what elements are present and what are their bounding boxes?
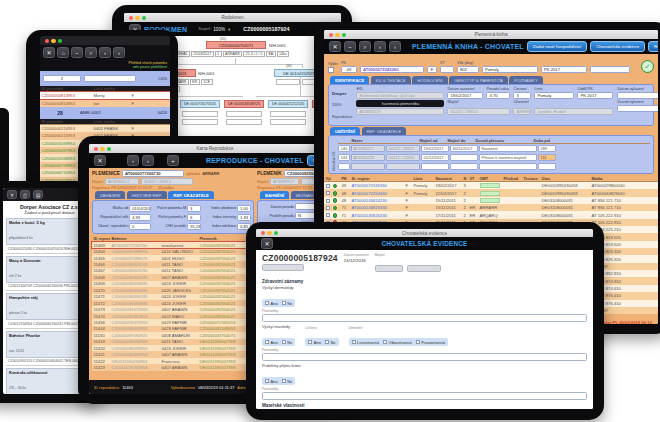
select-checkbox[interactable]: [328, 67, 334, 73]
traffic-lights[interactable]: [329, 32, 346, 36]
filter-input-count[interactable]: 2: [43, 75, 81, 82]
print-icon[interactable]: ⎙: [20, 190, 30, 199]
stat-value[interactable]: 4,93: [129, 214, 151, 221]
tab-hodnoceni[interactable]: HODNOCENÍ: [412, 76, 448, 84]
tab-bahneni[interactable]: BAHNĚNÍ: [260, 191, 289, 199]
tab-ukazatele[interactable]: REP. UKAZATELE: [168, 191, 213, 199]
document-icon[interactable]: ▤: [33, 190, 43, 199]
add-icon[interactable]: +: [167, 155, 179, 166]
zoom-value[interactable]: 100%: [213, 27, 225, 32]
owner-name-field[interactable]: [407, 265, 441, 272]
tab-umisteni[interactable]: UMÍSTĚNÍ: [330, 127, 360, 135]
checkbox-option[interactable]: Ne: [282, 301, 293, 306]
next-icon[interactable]: ›: [113, 47, 125, 58]
breeder-name-field[interactable]: Jandrle, Rudolf: [534, 108, 613, 115]
close-icon[interactable]: ✕: [329, 41, 341, 52]
prev-icon[interactable]: ‹: [374, 41, 386, 52]
search-icon[interactable]: ⌕: [85, 47, 97, 58]
filter-input-line[interactable]: [84, 75, 136, 82]
table-row[interactable]: CZ000000813953MontyF: [40, 92, 170, 99]
table-row[interactable]: 144AT493021850412 / 1183301/12/2017Přesu…: [338, 153, 650, 162]
checkbox-option[interactable]: Ne: [325, 340, 336, 345]
checkbox-option[interactable]: Ne: [282, 379, 293, 384]
tab-historie[interactable]: HISTORIE REP.: [127, 191, 167, 199]
close-icon[interactable]: ✕: [261, 238, 273, 249]
tab-identifikace[interactable]: IDENTIFIKACE: [330, 76, 369, 84]
owner-name-field[interactable]: 40222 / 28313: [447, 108, 510, 115]
home-icon[interactable]: ⌂: [57, 47, 69, 58]
breeder-records-button[interactable]: Chovatelská evidence: [590, 41, 645, 52]
search-icon[interactable]: ⌕: [359, 41, 371, 52]
reproduction-type-button[interactable]: haremová plemenitba: [356, 100, 444, 107]
owner-name-field[interactable]: 40222 / 28313: [141, 178, 193, 185]
pedigree-node-g3[interactable]: DE 0010421212105: [268, 100, 308, 108]
checkbox-option[interactable]: Oboustranná: [383, 340, 412, 345]
table-row[interactable]: 48AT0000072354460FPomaly22/02/20172DE001…: [324, 189, 658, 196]
ewe-id-input[interactable]: AT0000377265730: [122, 170, 184, 177]
traffic-lights[interactable]: [45, 38, 62, 42]
extra-field[interactable]: [590, 66, 630, 73]
traffic-lights[interactable]: [261, 231, 278, 235]
notes-input[interactable]: [262, 353, 587, 361]
registry-id[interactable]: AT0000072345360: [360, 66, 424, 73]
titlebar[interactable]: [40, 36, 170, 45]
eid-field[interactable]: Elektronická identifikace, číslo čipu: [356, 92, 444, 99]
close-icon[interactable]: ✕: [7, 190, 17, 199]
traffic-lights[interactable]: [129, 15, 146, 19]
pk-number[interactable]: 49: [341, 66, 357, 73]
row-checkbox[interactable]: [326, 184, 330, 188]
owner-id-field[interactable]: AT4930217: [356, 108, 444, 115]
removal-reason-field[interactable]: [617, 105, 658, 112]
checkbox-option[interactable]: Levostranná: [352, 340, 380, 345]
birth-date-field[interactable]: 19/02/2017: [447, 92, 483, 99]
removal-date-field[interactable]: [617, 92, 658, 99]
vt-field[interactable]: [440, 66, 454, 73]
table-row[interactable]: CZ0000002149530402 FRANKF: [40, 125, 170, 132]
tab-poznamky[interactable]: POZNÁMKY: [509, 76, 543, 84]
pedigree-node-g3[interactable]: DE 0010534538725: [224, 100, 264, 108]
titlebar[interactable]: Plemenná kniha: [324, 30, 658, 39]
titlebar[interactable]: Karta Reprodukce: [89, 144, 341, 153]
animal-name-field[interactable]: [262, 264, 304, 271]
stat-value[interactable]: 0: [129, 223, 151, 230]
prev-icon[interactable]: ‹: [99, 47, 111, 58]
line-field[interactable]: Pomaly: [482, 66, 538, 73]
tab-rep-ukazatele[interactable]: REP. UKAZATELE: [362, 127, 407, 135]
tab-genotyp[interactable]: GENOTYP & PARENTITA: [449, 76, 507, 84]
next-icon[interactable]: ›: [142, 155, 154, 166]
sex-field[interactable]: F: [427, 66, 437, 73]
stat-value[interactable]: 3: [187, 205, 201, 212]
row-checkbox[interactable]: [326, 199, 330, 203]
table-row[interactable]: CZ000000814953IanF: [40, 99, 170, 106]
table-row[interactable]: 71AT0000145825330F15/11/20112ERARRARRDE0…: [324, 204, 658, 211]
breeder-id-field[interactable]: AT9999917: [513, 108, 531, 115]
tab-zahajeni[interactable]: ZAHÁJENÍ: [95, 191, 125, 199]
close-icon[interactable]: ✕: [43, 47, 55, 58]
next-icon[interactable]: ›: [389, 41, 401, 52]
line-field[interactable]: Pomaly: [534, 92, 574, 99]
stat-value[interactable]: 6: [187, 214, 201, 221]
pedigree-node-root[interactable]: CZ0000040704071: [206, 41, 266, 49]
chevron-down-icon[interactable]: ▾: [228, 27, 230, 32]
table-row[interactable]: 49AT0000072345360FPomaly19/02/20173DE001…: [324, 182, 658, 189]
new-farm-button[interactable]: Zadat nové hospodářství: [527, 41, 587, 52]
pk-section-field[interactable]: PK 2017: [541, 66, 587, 73]
row-checkbox[interactable]: [326, 206, 330, 210]
minus-icon[interactable]: −: [344, 41, 356, 52]
checkbox-option[interactable]: Ano: [308, 340, 321, 345]
tab-ku-testace[interactable]: KU & TESTACE: [371, 76, 411, 84]
owner-id-field[interactable]: AT4930217: [105, 178, 139, 185]
table-row[interactable]: 71AT0000145826430F17/11/20112ERARQARQDE0…: [324, 211, 658, 218]
traffic-lights[interactable]: [94, 146, 111, 150]
titlebar[interactable]: Rodokmen: [124, 13, 341, 22]
pk-section-field[interactable]: PK 2017: [577, 92, 613, 99]
row-checkbox[interactable]: [326, 191, 330, 195]
age-days[interactable]: 802: [457, 66, 479, 73]
table-row[interactable]: 48AT0000145824230F15/11/20112DE031080000…: [324, 197, 658, 204]
stat-value[interactable]: 15,28: [187, 223, 201, 230]
table-row[interactable]: [338, 162, 650, 171]
row-checkbox[interactable]: [326, 213, 330, 217]
notes-input[interactable]: [262, 392, 587, 400]
checkbox-option[interactable]: Ano: [265, 340, 278, 345]
checkbox-option[interactable]: Pravostranná: [416, 340, 445, 345]
